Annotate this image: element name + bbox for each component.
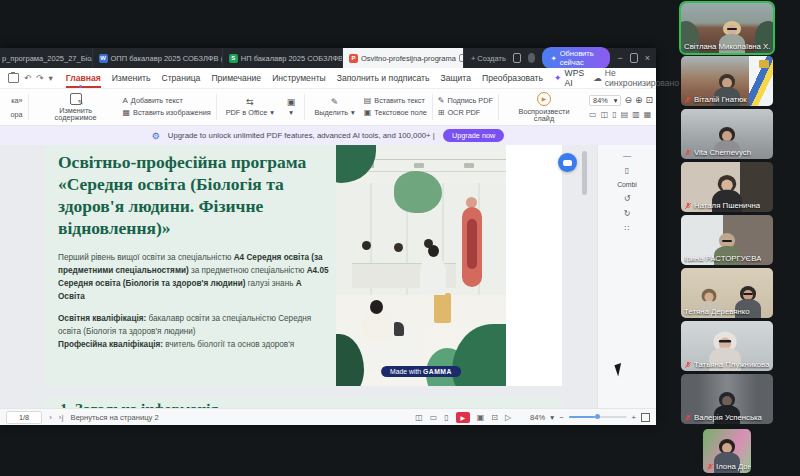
undo-icon[interactable]: ↶ xyxy=(24,73,31,83)
made-with-gamma-badge[interactable]: Made with GAMMA xyxy=(381,366,461,377)
maximize-button[interactable] xyxy=(630,53,638,63)
video-tile-participant-8[interactable]: Валерія Успенська xyxy=(681,374,773,424)
minimize-button[interactable]: − xyxy=(617,53,622,63)
tab-label: Osvitno-profesijna-programa xyxy=(361,54,456,63)
slide-background: Освітньо-професійна програма «Середня ос… xyxy=(44,145,506,386)
insert-text-button[interactable]: ▤ Вставить текст xyxy=(364,97,427,105)
tab-document-4-active[interactable]: P Osvitno-profesijna-programa × xyxy=(343,48,464,68)
fit-page-icon[interactable]: ⊡ xyxy=(645,96,653,105)
menu-protect[interactable]: Защита xyxy=(441,73,471,83)
close-window-button[interactable]: × xyxy=(645,53,650,63)
view-mode-icon[interactable]: ▭ xyxy=(430,413,438,422)
sign-ocr-group: ✎ Подпись PDF ⊞ OCR PDF xyxy=(438,97,493,117)
divider xyxy=(28,94,29,120)
zoom-plus-icon[interactable]: + xyxy=(632,413,636,422)
zoom-out-icon[interactable]: ⊖ xyxy=(624,96,632,105)
upgrade-now-button[interactable]: Upgrade now xyxy=(443,129,504,142)
pdf-to-office-button[interactable]: ⇆ PDF в Office ▾ xyxy=(222,98,278,116)
zoom-slider[interactable] xyxy=(569,416,627,418)
menu-bar: ↶ ↷ ▾ Главная Изменить Страница Примечан… xyxy=(0,68,656,89)
edit-pencil-icon xyxy=(70,93,82,105)
zoom-select[interactable]: 84% ▾ xyxy=(589,95,621,106)
layout-icon[interactable]: ▦ xyxy=(644,110,652,119)
view-mode-icon[interactable]: ▣ xyxy=(477,413,485,422)
play-slide-button[interactable]: ▶ Воспроизвести слайд xyxy=(504,92,584,123)
print-icon[interactable] xyxy=(8,73,19,83)
tab-label: ОПП бакалавр 2025 СОБЗЛФВ (3).d xyxy=(111,54,223,63)
vertical-scrollbar[interactable] xyxy=(582,151,587,195)
menu-edit[interactable]: Изменить xyxy=(112,73,151,83)
tab-label: р_програма_2025_27_Біоло xyxy=(2,54,93,63)
divider xyxy=(304,94,305,120)
rotate-left-icon[interactable]: ↺ xyxy=(624,194,631,203)
back-to-page-link[interactable]: Вернуться на страницу 2 xyxy=(71,413,159,422)
redo-icon[interactable]: ↷ xyxy=(36,73,43,83)
layout-icon[interactable]: ▤ xyxy=(621,110,629,119)
new-tab-button[interactable]: + Создать xyxy=(464,48,513,68)
zoom-value[interactable]: 84% xyxy=(530,413,545,422)
chevron-down-icon: ▾ xyxy=(270,109,274,116)
video-tile-participant-9[interactable]: Ілона Донець xyxy=(703,429,751,473)
layout-icon[interactable]: ▯ xyxy=(612,110,616,119)
account-avatar-icon[interactable] xyxy=(528,53,536,63)
highlight-button[interactable]: ✎ Выделить ▾ xyxy=(310,98,358,116)
chevron-down-icon: ▾ xyxy=(351,109,355,116)
upgrade-banner: ⚙ Upgrade to unlock unlimited PDF featur… xyxy=(0,126,656,145)
ocr-pdf-button[interactable]: ⊞ OCR PDF xyxy=(438,109,493,117)
video-tile-participant-2[interactable]: Віталій Гнатюк xyxy=(681,56,773,106)
cloud-icon: ☁ xyxy=(593,73,602,83)
menu-comment[interactable]: Примечание xyxy=(211,73,261,83)
add-text-button[interactable]: А Добавить текст xyxy=(123,97,211,105)
rotate-right-icon[interactable]: ↻ xyxy=(624,209,631,218)
wps-ai-float-button[interactable] xyxy=(558,153,577,172)
video-tile-participant-6[interactable]: Тетяна Деревянко xyxy=(681,268,773,318)
menu-fill-sign[interactable]: Заполнить и подписать xyxy=(337,73,430,83)
wps-ai-button[interactable]: ✦ WPS AI xyxy=(554,68,584,88)
video-tile-participant-3[interactable]: Vita Chernevych xyxy=(681,109,773,159)
play-presentation-button[interactable]: ▶ xyxy=(456,412,470,423)
illustration-shape xyxy=(394,243,403,252)
menu-page[interactable]: Страница xyxy=(161,73,200,83)
layout-icon[interactable]: ◫ xyxy=(601,110,609,119)
video-tile-participant-7[interactable]: Татьяна Плужникова xyxy=(681,321,773,371)
update-now-button[interactable]: ✦ Обновить сейчас xyxy=(542,47,610,69)
video-tile-participant-1[interactable]: Світлана Миколаївна Х... xyxy=(681,3,773,53)
zoom-slider-thumb[interactable] xyxy=(595,414,600,419)
chevron-down-icon[interactable]: ▾ xyxy=(550,413,554,422)
view-mode-icon[interactable]: ⊡ xyxy=(491,413,498,422)
convert-extra-button[interactable]: ▣ ▾ xyxy=(283,98,300,116)
chevron-down-icon[interactable]: ▾ xyxy=(48,73,52,83)
grid-view-icon[interactable]: ∷ xyxy=(624,224,629,233)
edit-content-button[interactable]: Изменить содержимое xyxy=(34,93,118,122)
menu-convert[interactable]: Преобразовать xyxy=(482,73,543,83)
view-mode-icon[interactable]: ▷ xyxy=(505,413,511,422)
document-area: Освітньо-професійна програма «Середня ос… xyxy=(0,145,656,408)
illustration-shape xyxy=(394,171,442,213)
next-page-icon[interactable]: › xyxy=(49,413,52,422)
tab-document-3[interactable]: S НП бакалавр 2025 СОБЗЛФВ (3) xyxy=(223,48,343,68)
view-mode-icon[interactable]: ◫ xyxy=(415,413,423,422)
text-field-button[interactable]: ▣ Текстовое поле xyxy=(364,109,427,117)
tab-document-2[interactable]: W ОПП бакалавр 2025 СОБЗЛФВ (3).d xyxy=(93,48,223,68)
insert-image-button[interactable]: ▦ Вставить изображения xyxy=(123,109,211,117)
menu-tools[interactable]: Инструменты xyxy=(272,73,326,83)
zoom-in-icon[interactable]: ⊕ xyxy=(635,96,643,105)
page-indicator-input[interactable]: 1/8 xyxy=(6,411,42,424)
zoom-minus-icon[interactable]: − xyxy=(559,413,563,422)
view-mode-icon[interactable]: ▯ xyxy=(444,413,448,422)
video-tile-participant-5[interactable]: Ірина РАСТОРГУЄВА xyxy=(681,215,773,265)
restore-layout-icon[interactable] xyxy=(513,53,521,63)
menu-home[interactable]: Главная xyxy=(66,73,101,83)
last-page-icon[interactable]: ›| xyxy=(59,413,64,422)
participant-name: Наталя Пшенична xyxy=(684,201,760,210)
fullscreen-icon[interactable] xyxy=(641,413,650,422)
page-thumbnail-icon[interactable]: ▯ xyxy=(625,166,629,175)
layout-icon[interactable]: ▭ xyxy=(589,110,597,119)
tab-document-1[interactable]: р_програма_2025_27_Біоло xyxy=(0,48,93,68)
sign-pdf-button[interactable]: ✎ Подпись PDF xyxy=(438,97,493,105)
divider xyxy=(216,94,217,120)
video-tile-participant-4[interactable]: Наталя Пшенична xyxy=(681,162,773,212)
layout-icon[interactable]: ▥ xyxy=(632,110,640,119)
collapse-panel-icon[interactable]: — xyxy=(623,151,631,160)
illustration-shape xyxy=(336,145,376,183)
